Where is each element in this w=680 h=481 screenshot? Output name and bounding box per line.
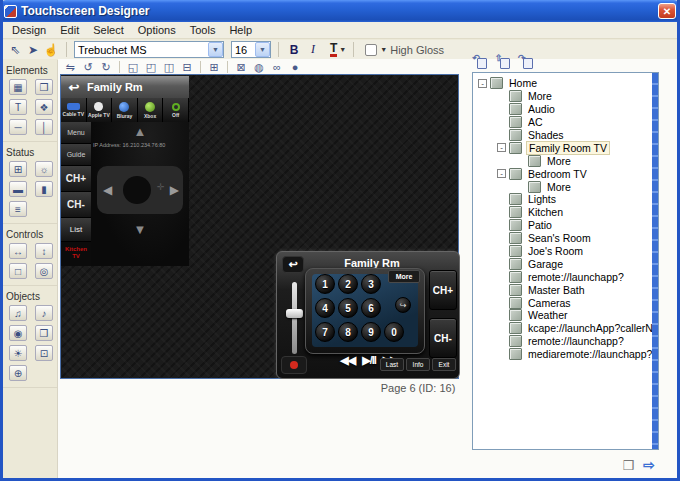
bold-button[interactable]: B	[286, 43, 302, 57]
source-button-cable[interactable]: Cable TV	[61, 98, 87, 122]
link-icon[interactable]: ∞	[270, 61, 284, 73]
source-button-xbox[interactable]: Xbox	[138, 98, 164, 122]
button-tool-button[interactable]: □	[9, 263, 27, 279]
label-tool-button[interactable]: ▬	[9, 181, 27, 197]
key-2[interactable]: 2	[338, 274, 358, 294]
italic-button[interactable]: I	[305, 42, 321, 57]
scene-tool-button[interactable]: ⊡	[35, 345, 53, 361]
dpad-ok-button[interactable]	[123, 176, 151, 204]
info-button[interactable]: Info	[406, 358, 430, 371]
tree-item[interactable]: More	[473, 154, 658, 167]
menu-item-select[interactable]: Select	[86, 23, 131, 37]
record-button[interactable]	[281, 356, 307, 374]
group-icon[interactable]: ⊞	[207, 61, 221, 74]
tree-item[interactable]: Audio	[473, 103, 658, 116]
back-arrow-icon[interactable]: ↩	[282, 256, 304, 273]
key-6[interactable]: 6	[361, 298, 381, 318]
text-tool-button[interactable]: T	[9, 99, 27, 115]
tree-item[interactable]: remote://launchapp?	[473, 335, 658, 348]
volume-slider-handle[interactable]	[286, 309, 303, 318]
dpad[interactable]: ◀ ✛ ▶	[97, 166, 183, 214]
flip-icon[interactable]: ⇋	[63, 61, 77, 74]
hslider-tool-button[interactable]: ↔	[9, 243, 27, 259]
channel-up-button[interactable]: CH+	[429, 270, 457, 310]
color-dot-icon[interactable]: ●	[288, 61, 302, 73]
music-tool-button[interactable]: ♫	[9, 305, 27, 321]
rotate-cw-icon[interactable]: ↻	[99, 61, 113, 74]
tv-remote-page[interactable]: ↩ Family Rm Cable TVApple TVBlurayXboxOf…	[61, 76, 189, 266]
bring-front-icon[interactable]: ◰	[144, 61, 158, 74]
chevron-down-icon[interactable]: ▼	[208, 42, 223, 57]
key-3[interactable]: 3	[361, 274, 381, 294]
font-family-select[interactable]: Trebuchet MS ▼	[74, 41, 224, 58]
send-back-icon[interactable]: ◱	[126, 61, 140, 74]
down-arrow-button[interactable]: ▼	[91, 222, 189, 237]
tree-item[interactable]: Patio	[473, 219, 658, 232]
tree-item[interactable]: More	[473, 90, 658, 103]
play-pause-button[interactable]: ▶/II	[362, 354, 376, 367]
volume-slider[interactable]	[292, 282, 297, 354]
align-horizontal-icon[interactable]: ◫	[162, 61, 176, 74]
source-button-off[interactable]: Off	[163, 98, 189, 122]
list-tool-button[interactable]: ≡	[9, 201, 27, 217]
tree-item[interactable]: Cameras	[473, 296, 658, 309]
layers-tool-button[interactable]: ❒	[35, 325, 53, 341]
back-arrow-icon[interactable]: ↩	[61, 80, 87, 95]
tree-item[interactable]: More	[473, 180, 658, 193]
opacity-icon[interactable]: ◍	[252, 61, 266, 74]
menu-item-edit[interactable]: Edit	[53, 23, 86, 37]
tree-expander[interactable]: -	[478, 79, 487, 88]
page-forward-icon[interactable]: ↷	[518, 55, 534, 70]
list-button[interactable]: List	[61, 218, 91, 242]
settings-tool-button[interactable]: ☀	[9, 345, 27, 361]
gloss-swatch[interactable]	[365, 44, 377, 56]
key-9[interactable]: 9	[361, 322, 381, 342]
tree-item[interactable]: Lights	[473, 193, 658, 206]
tree-item[interactable]: AC	[473, 116, 658, 129]
key-7[interactable]: 7	[315, 322, 335, 342]
design-canvas[interactable]: ↩ Family Rm Cable TVApple TVBlurayXboxOf…	[60, 74, 459, 379]
tree-item[interactable]: Shades	[473, 129, 658, 142]
key-8[interactable]: 8	[338, 322, 358, 342]
key-4[interactable]: 4	[315, 298, 335, 318]
tree-item[interactable]: Weather	[473, 309, 658, 322]
source-button-bluray[interactable]: Bluray	[112, 98, 138, 122]
device-sync-icon[interactable]: ❒	[623, 458, 635, 473]
key-5[interactable]: 5	[338, 298, 358, 318]
menu-button[interactable]: Menu	[61, 122, 91, 144]
chevron-down-icon[interactable]: ▼	[255, 42, 270, 57]
tree-item[interactable]: Garage	[473, 257, 658, 270]
menu-item-help[interactable]: Help	[222, 23, 259, 37]
tree-expander[interactable]: -	[497, 169, 506, 178]
tree-item[interactable]: -Family Room TV	[473, 141, 658, 154]
send-to-device-icon[interactable]: ⇨	[643, 457, 655, 473]
tree-item[interactable]: Kitchen	[473, 206, 658, 219]
image-tool-button[interactable]: ▦	[9, 79, 27, 95]
tree-item[interactable]: Joe's Room	[473, 245, 658, 258]
rotate-ccw-icon[interactable]: ↺	[81, 61, 95, 74]
hand-tool-icon[interactable]: ☝	[43, 43, 59, 57]
remote-keypad-page[interactable]: ↩ Family Rm More 1234567890↪ ◀◀▶/II▶▶ CH…	[276, 251, 460, 379]
tree-item[interactable]: mediaremote://launchapp?	[473, 348, 658, 361]
vline-tool-button[interactable]: │	[35, 119, 53, 135]
font-color-button[interactable]: T ▼	[330, 43, 346, 57]
page-tree[interactable]: -HomeMoreAudioACShades-Family Room TVMor…	[472, 72, 659, 450]
ch-up-button[interactable]: CH+	[61, 166, 91, 192]
close-button[interactable]: ✕	[658, 3, 676, 19]
tree-item[interactable]: remote://launchapp?	[473, 270, 658, 283]
source-button-apple[interactable]: Apple TV	[87, 98, 113, 122]
bulb-tool-button[interactable]: ☼	[35, 161, 53, 177]
tree-item[interactable]: Sean's Room	[473, 232, 658, 245]
up-arrow-button[interactable]: ▲	[91, 124, 189, 139]
speaker-tool-button[interactable]: ♪	[35, 305, 53, 321]
key-0[interactable]: 0	[384, 322, 404, 342]
enter-button[interactable]: ↪	[395, 297, 411, 313]
tree-expander[interactable]: -	[497, 143, 506, 152]
screen-tool-button[interactable]: ❐	[35, 79, 53, 95]
left-arrow-button[interactable]: ◀	[103, 183, 112, 197]
camera-tool-button[interactable]: ◉	[9, 325, 27, 341]
web-tool-button[interactable]: ⊕	[9, 365, 27, 381]
channel-down-button[interactable]: CH-	[429, 318, 457, 358]
pointer-tool-icon[interactable]: ➤	[25, 43, 41, 57]
menu-item-design[interactable]: Design	[5, 23, 53, 37]
